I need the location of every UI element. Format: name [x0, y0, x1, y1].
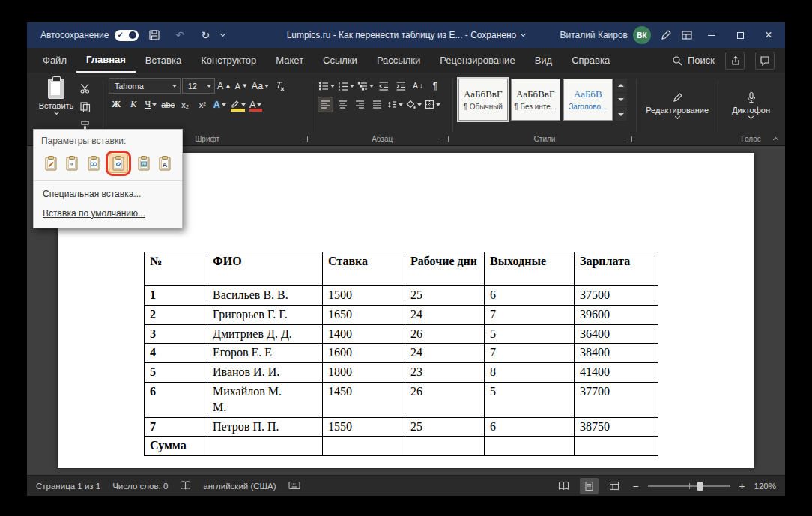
- language-indicator[interactable]: английский (США): [203, 482, 276, 491]
- zoom-in-button[interactable]: +: [737, 480, 748, 492]
- tab-design[interactable]: Конструктор: [191, 48, 266, 73]
- paste-merge-formatting-option[interactable]: [62, 154, 81, 173]
- print-layout-button[interactable]: [580, 478, 599, 494]
- keyboard-icon[interactable]: [288, 481, 300, 491]
- align-right-button[interactable]: [352, 97, 368, 112]
- zoom-level[interactable]: 120%: [754, 482, 776, 491]
- share-button[interactable]: [725, 52, 745, 70]
- font-color-button[interactable]: А: [248, 97, 264, 112]
- multilevel-list-button[interactable]: [357, 78, 375, 94]
- paste-text-only-option[interactable]: А: [156, 154, 175, 173]
- table-cell: 38400: [575, 344, 658, 363]
- shading-button[interactable]: [405, 97, 422, 112]
- copy-button[interactable]: [76, 99, 94, 114]
- save-icon[interactable]: [145, 25, 164, 45]
- page-indicator[interactable]: Страница 1 из 1: [36, 482, 100, 491]
- italic-button[interactable]: К: [126, 97, 142, 112]
- styles-dialog-launcher[interactable]: [626, 136, 632, 142]
- justify-button[interactable]: [369, 97, 385, 112]
- font-size-combo[interactable]: 12: [182, 78, 215, 94]
- font-dialog-launcher[interactable]: [302, 136, 308, 142]
- ribbon-tabs: Файл Главная Вставка Конструктор Макет С…: [27, 48, 785, 73]
- inking-pen-icon[interactable]: [656, 25, 676, 45]
- show-formatting-marks-button[interactable]: ¶: [428, 78, 443, 94]
- decrease-indent-button[interactable]: [376, 78, 392, 94]
- user-name: Виталий Каиров: [560, 30, 628, 40]
- zoom-slider[interactable]: [648, 485, 730, 487]
- tab-help[interactable]: Справка: [562, 48, 619, 73]
- underline-button[interactable]: Ч: [143, 97, 159, 112]
- editing-menu-button[interactable]: Редактирование: [642, 76, 712, 133]
- superscript-button[interactable]: x²: [195, 97, 210, 112]
- editing-group: Редактирование: [638, 75, 716, 145]
- paste-link-keep-source-option[interactable]: [84, 154, 103, 173]
- paste-link-use-destination-styles-option[interactable]: [109, 154, 128, 173]
- zoom-out-button[interactable]: −: [631, 480, 641, 492]
- font-name-combo[interactable]: Tahoma: [109, 78, 181, 94]
- tab-file[interactable]: Файл: [33, 48, 76, 73]
- word-count[interactable]: Число слов: 0: [112, 482, 168, 491]
- web-layout-button[interactable]: [605, 478, 624, 494]
- proofing-status-icon[interactable]: [180, 480, 191, 492]
- paste-chevron-icon[interactable]: [53, 109, 58, 115]
- text-effects-button[interactable]: А: [212, 97, 228, 112]
- special-paste-menu-item[interactable]: Специальная вставка...: [41, 184, 175, 204]
- shrink-font-button[interactable]: А▼: [234, 78, 249, 94]
- tab-home[interactable]: Главная: [76, 48, 136, 73]
- highlight-color-button[interactable]: [229, 97, 246, 112]
- search-control[interactable]: Поиск: [672, 55, 715, 66]
- styles-gallery-more-button[interactable]: [615, 107, 627, 121]
- styles-scroll-up-button[interactable]: [615, 79, 627, 92]
- ribbon-display-options-icon[interactable]: [677, 25, 697, 45]
- redo-icon[interactable]: ↻: [196, 25, 215, 45]
- tab-insert[interactable]: Вставка: [136, 48, 191, 73]
- tab-references[interactable]: Ссылки: [313, 48, 367, 73]
- style-card-no-spacing[interactable]: АаБбВвГ ¶ Без инте...: [511, 79, 560, 121]
- bullets-button[interactable]: [318, 78, 336, 94]
- quick-access-chevron-icon[interactable]: [220, 31, 225, 37]
- dictate-button[interactable]: Диктофон: [724, 76, 778, 133]
- undo-icon: ↶: [170, 25, 190, 45]
- table-cell: 38750: [575, 417, 658, 437]
- clear-formatting-button[interactable]: [271, 78, 287, 94]
- increase-indent-button[interactable]: [393, 78, 409, 94]
- close-button[interactable]: ×: [755, 22, 782, 48]
- comments-button[interactable]: [755, 52, 775, 70]
- strikethrough-button[interactable]: abc: [160, 97, 176, 112]
- sort-button[interactable]: А↓: [410, 78, 426, 94]
- paste-button[interactable]: Вставить: [37, 76, 76, 133]
- header-cell: Ставка: [323, 252, 405, 286]
- cut-button[interactable]: [76, 80, 94, 95]
- styles-group-label: Стили: [455, 135, 634, 143]
- paragraph-dialog-launcher[interactable]: [443, 136, 449, 142]
- zoom-slider-thumb[interactable]: [697, 482, 703, 491]
- align-center-button[interactable]: [335, 97, 351, 112]
- borders-button[interactable]: [424, 97, 441, 112]
- read-mode-button[interactable]: [554, 478, 573, 494]
- autosave-toggle[interactable]: ✓: [115, 30, 139, 41]
- avatar[interactable]: ВК: [633, 26, 651, 44]
- line-spacing-button[interactable]: [387, 97, 404, 112]
- style-card-normal[interactable]: АаБбВвГ ¶ Обычный: [458, 79, 508, 121]
- table-cell: 25: [405, 417, 485, 437]
- tab-view[interactable]: Вид: [525, 48, 563, 73]
- tab-review[interactable]: Рецензирование: [430, 48, 524, 73]
- bold-button[interactable]: Ж: [109, 97, 124, 112]
- styles-scroll-down-button[interactable]: [615, 93, 627, 106]
- table-row: 1 Васильев В. В. 1500 25 6 37500: [145, 286, 658, 306]
- style-card-heading[interactable]: АаБбВ Заголово...: [563, 79, 613, 121]
- salary-table[interactable]: № ФИО Ставка Рабочие дни Выходные Зарпла…: [144, 252, 658, 456]
- align-left-button[interactable]: [318, 97, 333, 112]
- tab-mailings[interactable]: Рассылки: [367, 48, 430, 73]
- change-case-button[interactable]: Аа: [251, 78, 270, 94]
- minimize-button[interactable]: [698, 22, 725, 48]
- paste-picture-option[interactable]: [134, 154, 153, 173]
- numbering-button[interactable]: [337, 78, 355, 94]
- grow-font-button[interactable]: А▲: [216, 78, 232, 94]
- default-paste-menu-item[interactable]: Вставка по умолчанию...: [41, 204, 175, 223]
- subscript-button[interactable]: x₂: [178, 97, 193, 112]
- zoom-slider-notch: [689, 483, 690, 489]
- paste-keep-source-formatting-option[interactable]: [41, 154, 60, 173]
- maximize-button[interactable]: [727, 22, 754, 48]
- tab-layout[interactable]: Макет: [266, 48, 313, 73]
